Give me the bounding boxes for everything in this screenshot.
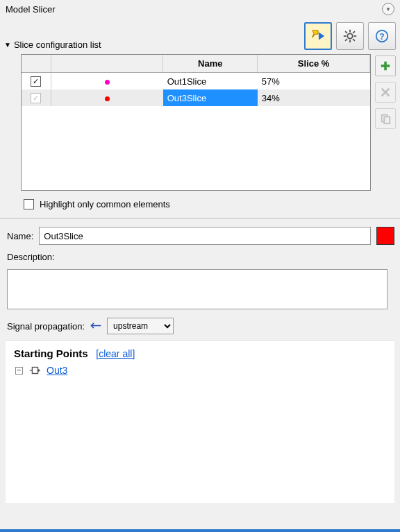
svg-rect-15 xyxy=(381,65,390,67)
row-pct: 34% xyxy=(258,89,370,106)
row-checkbox[interactable] xyxy=(31,76,41,87)
table-row[interactable]: Out1Slice 57% xyxy=(22,73,370,90)
add-slice-button[interactable] xyxy=(375,55,396,76)
svg-marker-2 xyxy=(319,33,324,40)
row-name: Out3Slice xyxy=(163,89,258,106)
add-icon xyxy=(379,60,392,72)
chevron-down-icon: ▼ xyxy=(4,41,11,49)
row-color-dot xyxy=(105,96,110,101)
row-checkbox[interactable] xyxy=(31,93,41,103)
tree-collapse-icon[interactable]: − xyxy=(15,367,23,375)
starting-point-link[interactable]: Out3 xyxy=(47,365,67,376)
copy-slice-button[interactable] xyxy=(375,108,396,129)
highlight-tool-icon xyxy=(310,28,326,44)
divider xyxy=(0,218,400,218)
svg-line-10 xyxy=(353,31,355,33)
row-name: Out1Slice xyxy=(163,73,258,90)
description-input[interactable] xyxy=(7,269,388,309)
color-swatch[interactable] xyxy=(376,227,394,245)
svg-point-3 xyxy=(347,33,352,38)
highlight-tool-button[interactable] xyxy=(304,22,332,50)
highlight-common-label: Highlight only common elements xyxy=(40,199,170,209)
arrow-left-icon: 🡐 xyxy=(90,320,101,332)
name-input[interactable] xyxy=(39,227,371,245)
panel-title: Model Slicer xyxy=(6,4,56,15)
svg-text:?: ? xyxy=(379,32,384,42)
signal-propagation-label: Signal propagation: xyxy=(7,321,85,332)
delete-icon xyxy=(379,86,392,98)
col-name: Name xyxy=(163,55,258,73)
svg-rect-19 xyxy=(384,117,390,123)
svg-marker-21 xyxy=(38,368,41,372)
highlight-common-checkbox[interactable] xyxy=(24,199,34,209)
col-checkbox xyxy=(22,55,51,73)
starting-points-panel: Starting Points [clear all] − Out3 xyxy=(6,340,394,503)
settings-button[interactable] xyxy=(336,22,364,50)
col-color xyxy=(51,55,163,73)
svg-marker-0 xyxy=(312,31,318,35)
svg-line-11 xyxy=(345,39,347,41)
gear-icon xyxy=(342,28,358,44)
table-row[interactable]: Out3Slice 34% xyxy=(22,89,370,106)
col-pct: Slice % xyxy=(258,55,370,73)
clear-all-link[interactable]: [clear all] xyxy=(96,348,135,359)
section-title: Slice configuration list xyxy=(14,40,101,50)
slice-config-header[interactable]: ▼ Slice configuration list xyxy=(4,27,101,50)
row-pct: 57% xyxy=(258,73,370,90)
outport-icon xyxy=(28,366,41,375)
copy-icon xyxy=(379,112,392,125)
help-button[interactable]: ? xyxy=(368,22,396,50)
svg-line-9 xyxy=(353,39,355,41)
svg-line-1 xyxy=(312,34,315,37)
help-icon: ? xyxy=(374,28,390,44)
row-color-dot xyxy=(105,80,110,85)
footer-accent xyxy=(0,529,400,532)
description-label: Description: xyxy=(7,252,55,262)
starting-points-title: Starting Points xyxy=(14,347,88,359)
svg-rect-20 xyxy=(32,368,38,374)
delete-slice-button[interactable] xyxy=(375,82,396,103)
slice-table[interactable]: Name Slice % Out1Slice 57% Out3Slice 34% xyxy=(21,54,371,191)
name-label: Name: xyxy=(7,231,33,241)
svg-line-8 xyxy=(345,31,347,33)
signal-propagation-select[interactable]: upstream xyxy=(107,318,174,334)
panel-collapse-icon[interactable] xyxy=(382,3,394,15)
